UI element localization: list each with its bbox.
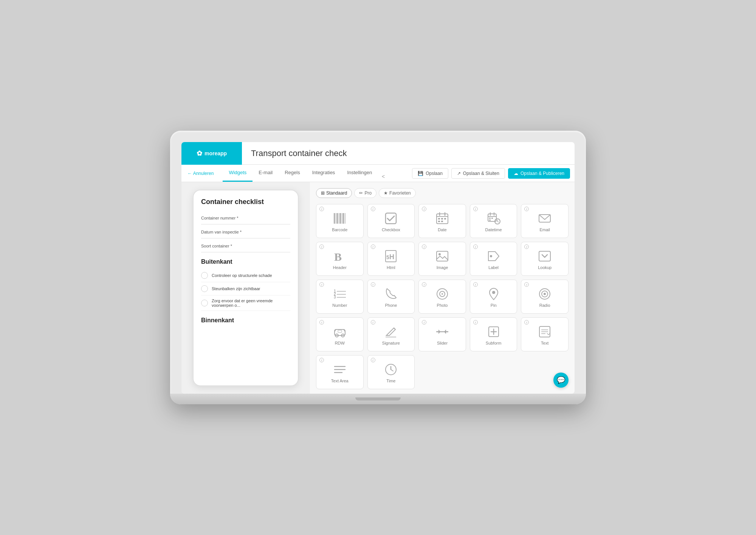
- svg-text:5: 5: [386, 254, 389, 260]
- phone-label: Phone: [385, 303, 397, 308]
- phone-frame: Container checklist Container nummer * D…: [193, 190, 299, 386]
- widget-panel: ⊞ Standaard ✏ Pro ★ Favorieten: [310, 182, 575, 394]
- tab-integrations[interactable]: Integraties: [306, 164, 341, 182]
- tab-email-label: E-mail: [259, 170, 273, 175]
- field-label-3: Soort container *: [201, 244, 290, 248]
- standaard-icon: ⊞: [321, 190, 325, 196]
- widget-header[interactable]: i B Header: [316, 242, 364, 276]
- widget-lookup[interactable]: i Lookup: [521, 242, 569, 276]
- app-logo: ✿ moreapp: [181, 142, 242, 165]
- svg-line-73: [391, 370, 393, 371]
- widget-tab-favorieten[interactable]: ★ Favorieten: [379, 188, 416, 198]
- info-icon-datetime: i: [473, 207, 478, 211]
- svg-rect-6: [343, 213, 344, 224]
- widget-tabs: ⊞ Standaard ✏ Pro ★ Favorieten: [316, 188, 569, 198]
- widget-tab-pro[interactable]: ✏ Pro: [354, 188, 376, 198]
- widget-barcode[interactable]: i Barcode: [316, 204, 364, 238]
- svg-rect-0: [334, 213, 335, 224]
- widget-signature[interactable]: i Signature: [367, 317, 415, 351]
- widget-email[interactable]: i Email: [521, 204, 569, 238]
- date-label: Date: [438, 227, 446, 232]
- subform-label: Subform: [486, 341, 502, 345]
- widget-tab-standaard[interactable]: ⊞ Standaard: [316, 188, 352, 198]
- section-binnenkant: Binnenkant: [201, 317, 290, 324]
- date-icon: [435, 212, 449, 225]
- info-icon-signature: i: [371, 320, 375, 325]
- publish-button[interactable]: ☁ Opslaan & Publiceren: [508, 168, 570, 179]
- app-toolbar: ← Annuleren Widgets E-mail Regels Integr…: [181, 165, 575, 182]
- widget-slider[interactable]: i Slider: [418, 317, 466, 351]
- widget-textarea[interactable]: i Text Area: [316, 355, 364, 389]
- widget-html[interactable]: i 5 H Html: [367, 242, 415, 276]
- widget-number[interactable]: i 1 2 3 Number: [316, 280, 364, 314]
- widget-label[interactable]: i Label: [470, 242, 517, 276]
- widget-rdw[interactable]: i RDW: [316, 317, 364, 351]
- pro-label: Pro: [364, 190, 372, 196]
- widget-checkbox[interactable]: i Checkbox: [367, 204, 415, 238]
- widget-time[interactable]: i Time: [367, 355, 415, 389]
- photo-icon: [435, 287, 449, 301]
- checkbox-circle-2: [201, 285, 208, 292]
- lookup-icon: [538, 249, 552, 263]
- checkbox-icon: [384, 212, 398, 225]
- widget-text[interactable]: i Text: [521, 317, 569, 351]
- widget-pin[interactable]: i Pin: [470, 280, 517, 314]
- datetime-label: Datetime: [485, 227, 502, 232]
- info-icon-header: i: [319, 244, 324, 249]
- image-label: Image: [437, 265, 448, 270]
- radio-label: Radio: [539, 303, 550, 308]
- save-button[interactable]: 💾 Opslaan: [412, 168, 448, 179]
- svg-line-27: [497, 221, 499, 222]
- info-icon-rdw: i: [319, 320, 324, 325]
- svg-text:B: B: [334, 250, 342, 263]
- info-icon-textarea: i: [319, 358, 324, 362]
- svg-rect-23: [491, 218, 493, 219]
- save-close-button[interactable]: ↗ Opslaan & Sluiten: [451, 168, 505, 179]
- svg-rect-4: [340, 213, 341, 224]
- widget-photo[interactable]: i Photo: [418, 280, 466, 314]
- tab-email[interactable]: E-mail: [253, 164, 279, 182]
- lookup-label: Lookup: [538, 265, 552, 270]
- tab-widgets[interactable]: Widgets: [223, 164, 253, 182]
- info-icon-subform: i: [473, 320, 478, 325]
- form-field-3: Soort container *: [201, 240, 290, 252]
- svg-rect-33: [437, 251, 448, 261]
- checkbox-circle-1: [201, 272, 208, 279]
- logo-label: moreapp: [204, 150, 227, 156]
- widget-phone[interactable]: i Phone: [367, 280, 415, 314]
- radio-icon: [538, 287, 552, 301]
- info-icon-photo: i: [422, 282, 426, 287]
- widget-subform[interactable]: i Subform: [470, 317, 517, 351]
- widget-image[interactable]: i Image: [418, 242, 466, 276]
- pin-label: Pin: [491, 303, 497, 308]
- favorieten-label: Favorieten: [389, 190, 411, 196]
- html-icon: 5 H: [384, 249, 398, 263]
- subform-icon: [487, 325, 500, 339]
- text-icon: [538, 325, 552, 339]
- svg-rect-24: [489, 220, 491, 221]
- section-buitenkant: Buitenkant: [201, 258, 290, 265]
- svg-rect-7: [345, 213, 345, 224]
- tab-rules[interactable]: Regels: [279, 164, 306, 182]
- widget-date[interactable]: i D: [418, 204, 466, 238]
- signature-label: Signature: [382, 341, 400, 345]
- text-label: Text: [541, 341, 548, 345]
- tab-settings[interactable]: Instellingen: [341, 164, 378, 182]
- svg-rect-15: [444, 218, 446, 220]
- svg-point-49: [544, 293, 546, 295]
- barcode-icon: [333, 212, 347, 225]
- logo-icon: ✿: [197, 149, 202, 158]
- app-header: ✿ moreapp Transport container check: [181, 142, 575, 165]
- svg-rect-1: [336, 213, 336, 224]
- collapse-button[interactable]: <: [378, 171, 389, 182]
- back-button[interactable]: ← Annuleren: [186, 171, 220, 176]
- form-title: Container checklist: [201, 198, 290, 206]
- barcode-label: Barcode: [332, 227, 347, 232]
- widget-datetime[interactable]: i: [470, 204, 517, 238]
- signature-icon: [384, 325, 398, 339]
- widget-radio[interactable]: i Radio: [521, 280, 569, 314]
- svg-rect-17: [441, 221, 443, 222]
- rdw-icon: [333, 325, 347, 339]
- info-icon-radio: i: [524, 282, 529, 287]
- chat-button[interactable]: 💬: [553, 373, 569, 388]
